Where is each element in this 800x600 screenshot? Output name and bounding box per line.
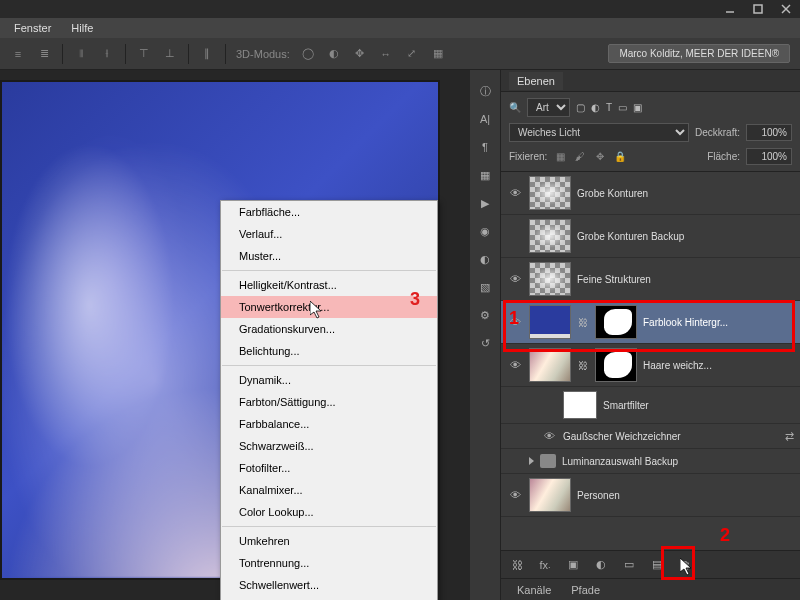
color-panel-icon[interactable]: ◉ <box>476 222 494 240</box>
filter-options-icon[interactable]: ⇄ <box>785 430 794 443</box>
visibility-icon[interactable]: 👁 <box>507 487 523 503</box>
menu-gradient[interactable]: Verlauf... <box>221 223 437 245</box>
lock-image-icon[interactable]: 🖌 <box>573 150 587 164</box>
layer-thumb[interactable] <box>529 305 571 339</box>
distribute-h-icon[interactable]: ⫴ <box>73 46 89 62</box>
play-panel-icon[interactable]: ▶ <box>476 194 494 212</box>
window-minimize[interactable] <box>716 1 744 17</box>
fx-icon[interactable]: fx. <box>537 557 553 573</box>
lock-position-icon[interactable]: ✥ <box>593 150 607 164</box>
filter-type-icon[interactable]: T <box>606 102 612 113</box>
layer-group-row[interactable]: Luminanzauswahl Backup <box>501 449 800 474</box>
layers-tab[interactable]: Ebenen <box>509 72 563 90</box>
menu-solid-color[interactable]: Farbfläche... <box>221 201 437 223</box>
align-center-icon[interactable]: ≣ <box>36 46 52 62</box>
layer-mask-thumb[interactable] <box>595 348 637 382</box>
layer-mask-thumb[interactable] <box>595 305 637 339</box>
visibility-icon[interactable]: 👁 <box>507 185 523 201</box>
visibility-icon[interactable] <box>507 228 523 244</box>
menu-color-lookup[interactable]: Color Lookup... <box>221 501 437 523</box>
menu-gradient-map[interactable]: Verlaufsumsetzung... <box>221 596 437 600</box>
lock-transparent-icon[interactable]: ▦ <box>553 150 567 164</box>
layer-row[interactable]: 👁 ⛓ Haare weichz... <box>501 344 800 387</box>
filter-adjust-icon[interactable]: ◐ <box>591 102 600 113</box>
window-close[interactable] <box>772 1 800 17</box>
new-group-icon[interactable]: ▭ <box>621 557 637 573</box>
scale-icon[interactable]: ⤢ <box>404 46 420 62</box>
distribute-v-icon[interactable]: ⫲ <box>99 46 115 62</box>
menu-channel-mixer[interactable]: Kanalmixer... <box>221 479 437 501</box>
menu-curves[interactable]: Gradationskurven... <box>221 318 437 340</box>
menu-hilfe[interactable]: Hilfe <box>63 20 101 36</box>
layer-smartfilter-row[interactable]: Smartfilter <box>501 387 800 424</box>
menu-invert[interactable]: Umkehren <box>221 530 437 552</box>
menu-hue-saturation[interactable]: Farbton/Sättigung... <box>221 391 437 413</box>
align-top-icon[interactable]: ⊤ <box>136 46 152 62</box>
layer-row[interactable]: 👁 Feine Strukturen <box>501 258 800 301</box>
layer-row-selected[interactable]: 👁 ⛓ Farblook Hintergr... <box>501 301 800 344</box>
orbit-icon[interactable]: ◯ <box>300 46 316 62</box>
menu-brightness-contrast[interactable]: Helligkeit/Kontrast... <box>221 274 437 296</box>
channels-tab[interactable]: Kanäle <box>509 582 559 598</box>
visibility-icon[interactable]: 👁 <box>541 428 557 444</box>
layer-mask-icon[interactable]: ▣ <box>565 557 581 573</box>
styles-panel-icon[interactable]: ▧ <box>476 278 494 296</box>
link-icon[interactable]: ⛓ <box>577 317 589 328</box>
layer-name[interactable]: Grobe Konturen Backup <box>577 231 794 242</box>
pan-icon[interactable]: ✥ <box>352 46 368 62</box>
layer-name[interactable]: Farblook Hintergr... <box>643 317 794 328</box>
layer-name[interactable]: Smartfilter <box>603 400 794 411</box>
layer-filter-row[interactable]: 👁 Gaußscher Weichzeichner ⇄ <box>501 424 800 449</box>
paragraph-panel-icon[interactable]: ¶ <box>476 138 494 156</box>
visibility-icon[interactable]: 👁 <box>507 357 523 373</box>
filter-smart-icon[interactable]: ▣ <box>633 102 642 113</box>
character-panel-icon[interactable]: A| <box>476 110 494 128</box>
history-panel-icon[interactable]: ↺ <box>476 334 494 352</box>
blend-mode-select[interactable]: Weiches Licht <box>509 123 689 142</box>
visibility-icon[interactable] <box>507 453 523 469</box>
layer-name[interactable]: Grobe Konturen <box>577 188 794 199</box>
link-icon[interactable]: ⛓ <box>577 360 589 371</box>
menu-posterize[interactable]: Tontrennung... <box>221 552 437 574</box>
menu-vibrance[interactable]: Dynamik... <box>221 369 437 391</box>
layer-thumb[interactable] <box>529 348 571 382</box>
new-layer-icon[interactable]: ▤ <box>649 557 665 573</box>
layer-thumb[interactable] <box>529 219 571 253</box>
layer-thumb[interactable] <box>529 262 571 296</box>
opacity-field[interactable] <box>746 124 792 141</box>
layer-row[interactable]: Grobe Konturen Backup <box>501 215 800 258</box>
camera-icon[interactable]: ▦ <box>430 46 446 62</box>
swatches-panel-icon[interactable]: ▦ <box>476 166 494 184</box>
layer-row[interactable]: 👁 Personen <box>501 474 800 517</box>
lock-all-icon[interactable]: 🔒 <box>613 150 627 164</box>
align-left-icon[interactable]: ≡ <box>10 46 26 62</box>
window-maximize[interactable] <box>744 1 772 17</box>
visibility-icon[interactable] <box>541 397 557 413</box>
layer-name[interactable]: Personen <box>577 490 794 501</box>
info-panel-icon[interactable]: ⓘ <box>476 82 494 100</box>
menu-pattern[interactable]: Muster... <box>221 245 437 267</box>
menu-photo-filter[interactable]: Fotofilter... <box>221 457 437 479</box>
menu-exposure[interactable]: Belichtung... <box>221 340 437 362</box>
menu-threshold[interactable]: Schwellenwert... <box>221 574 437 596</box>
menu-levels[interactable]: Tonwertkorrektur... <box>221 296 437 318</box>
layer-name[interactable]: Feine Strukturen <box>577 274 794 285</box>
layer-thumb[interactable] <box>563 391 597 419</box>
filter-shape-icon[interactable]: ▭ <box>618 102 627 113</box>
properties-panel-icon[interactable]: ⚙ <box>476 306 494 324</box>
menu-fenster[interactable]: Fenster <box>6 20 59 36</box>
adjustments-panel-icon[interactable]: ◐ <box>476 250 494 268</box>
layer-name[interactable]: Haare weichz... <box>643 360 794 371</box>
menu-black-white[interactable]: Schwarzweiß... <box>221 435 437 457</box>
bars-icon[interactable]: ∥ <box>199 46 215 62</box>
align-bottom-icon[interactable]: ⊥ <box>162 46 178 62</box>
layer-filter-select[interactable]: Art <box>527 98 570 117</box>
link-layers-icon[interactable]: ⛓ <box>509 557 525 573</box>
roll-icon[interactable]: ◐ <box>326 46 342 62</box>
layer-row[interactable]: 👁 Grobe Konturen <box>501 172 800 215</box>
new-adjustment-layer-icon[interactable]: ◐ <box>593 557 609 573</box>
paths-tab[interactable]: Pfade <box>563 582 608 598</box>
fill-field[interactable] <box>746 148 792 165</box>
layer-thumb[interactable] <box>529 478 571 512</box>
layer-name[interactable]: Gaußscher Weichzeichner <box>563 431 779 442</box>
